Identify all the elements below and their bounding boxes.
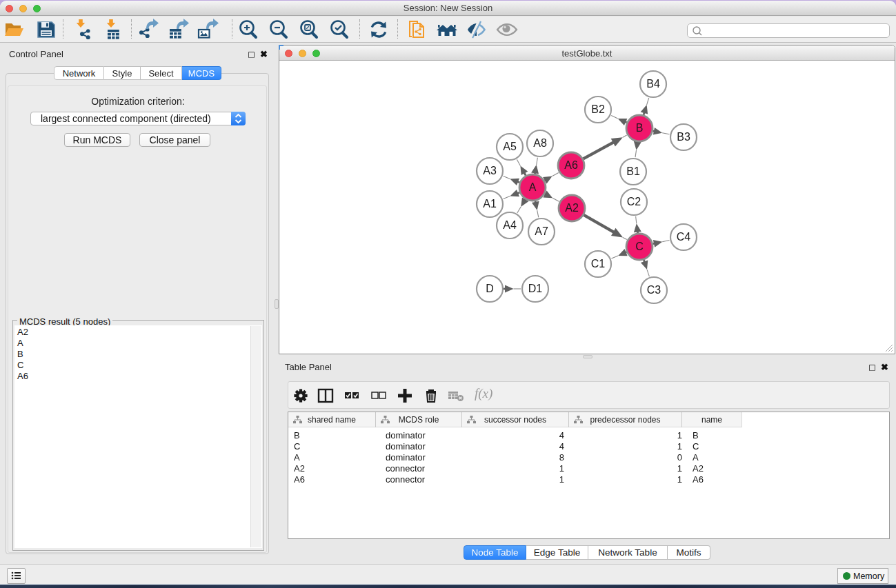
svg-text:D1: D1: [528, 283, 543, 294]
svg-text:A8: A8: [533, 137, 547, 149]
svg-text:A7: A7: [535, 225, 548, 237]
svg-text:C1: C1: [591, 258, 606, 270]
svg-text:D: D: [486, 283, 494, 294]
svg-text:C2: C2: [627, 196, 641, 207]
svg-text:C: C: [635, 241, 644, 252]
svg-text:C4: C4: [677, 231, 691, 243]
svg-text:A1: A1: [483, 198, 497, 210]
svg-text:A4: A4: [503, 219, 517, 231]
svg-text:A6: A6: [564, 159, 578, 171]
svg-text:A: A: [529, 181, 537, 193]
svg-text:B4: B4: [646, 78, 660, 90]
svg-text:B1: B1: [626, 165, 640, 177]
svg-text:C3: C3: [647, 284, 661, 296]
svg-text:A2: A2: [565, 202, 579, 214]
svg-text:B3: B3: [677, 131, 690, 143]
svg-text:B2: B2: [591, 103, 605, 115]
svg-text:A5: A5: [503, 141, 517, 152]
svg-text:A3: A3: [483, 165, 497, 176]
svg-text:B: B: [636, 122, 644, 134]
